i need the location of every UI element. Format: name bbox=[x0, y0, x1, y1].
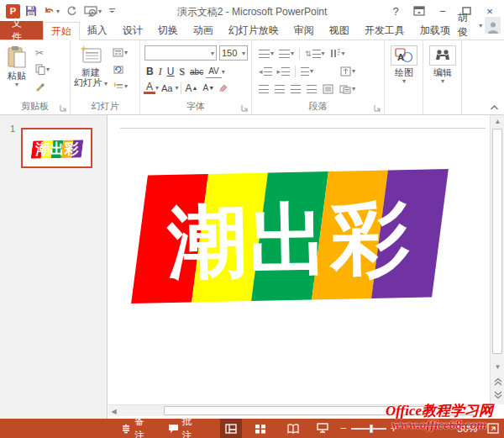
layout-dropdown-arrow[interactable]: ▾ bbox=[124, 49, 128, 56]
increase-indent-button[interactable]: ▸ bbox=[276, 64, 292, 78]
tab-insert[interactable]: 插入 bbox=[80, 21, 115, 40]
ribbon-display-options-button[interactable] bbox=[408, 2, 430, 20]
text-direction-button[interactable]: ▾ bbox=[339, 64, 357, 78]
help-button[interactable]: ? bbox=[385, 2, 407, 20]
clipboard-dialog-launcher[interactable] bbox=[60, 104, 67, 112]
collapse-ribbon-button[interactable] bbox=[490, 104, 499, 111]
underline-button[interactable]: U bbox=[165, 65, 177, 78]
layout-button[interactable]: ▾ bbox=[111, 45, 129, 60]
zoom-slider-thumb[interactable] bbox=[370, 425, 373, 433]
scroll-left-arrow[interactable]: ◀ bbox=[108, 405, 119, 417]
vertical-scrollbar-thumb[interactable] bbox=[492, 129, 502, 354]
font-color-button[interactable]: A bbox=[144, 82, 155, 94]
tab-developer[interactable]: 开发工具 bbox=[357, 21, 412, 40]
copy-button[interactable]: ▾ bbox=[34, 62, 51, 77]
paragraph-dialog-launcher[interactable] bbox=[374, 104, 381, 112]
section-dropdown-arrow[interactable]: ▾ bbox=[124, 82, 128, 90]
start-slideshow-button[interactable]: ▾ bbox=[82, 3, 103, 19]
numbering-dropdown-arrow[interactable]: ▾ bbox=[291, 50, 294, 57]
reset-slide-button[interactable] bbox=[111, 62, 129, 77]
scroll-right-arrow[interactable]: ▶ bbox=[479, 405, 490, 417]
tab-review[interactable]: 审阅 bbox=[286, 21, 322, 40]
decrease-font-size-button[interactable]: A▼ bbox=[200, 82, 217, 95]
slideshow-dropdown-arrow[interactable]: ▾ bbox=[98, 8, 102, 15]
tab-home[interactable]: 开始 bbox=[43, 22, 80, 40]
add-space-button[interactable]: ▾ bbox=[299, 64, 315, 78]
editing-button[interactable]: 编辑 ▾ bbox=[423, 40, 462, 99]
tab-animations[interactable]: 动画 bbox=[186, 21, 221, 40]
zoom-slider[interactable] bbox=[351, 428, 386, 430]
character-spacing-dropdown-arrow[interactable]: ▾ bbox=[222, 68, 225, 76]
text-shadow-button[interactable]: S bbox=[176, 65, 187, 78]
smartart-dropdown-arrow[interactable]: ▾ bbox=[352, 85, 355, 92]
change-case-dropdown-arrow[interactable]: ▾ bbox=[176, 84, 179, 92]
paste-dropdown-arrow[interactable]: ▾ bbox=[15, 81, 18, 88]
increase-font-size-button[interactable]: A▲ bbox=[183, 82, 201, 95]
account-menu[interactable]: 胡俊 ▾ bbox=[458, 11, 504, 40]
clear-formatting-button[interactable] bbox=[217, 81, 230, 95]
line-spacing-dropdown-arrow[interactable]: ▾ bbox=[322, 50, 325, 57]
font-name-dropdown-arrow[interactable]: ▾ bbox=[211, 50, 214, 57]
horizontal-scrollbar-thumb[interactable] bbox=[164, 406, 476, 415]
smartart-convert-button[interactable]: ▾ bbox=[338, 82, 357, 96]
drawing-button[interactable]: A 绘图 ▾ bbox=[385, 40, 423, 99]
vertical-scrollbar[interactable]: ▲ ▼ bbox=[490, 115, 504, 404]
scroll-up-arrow[interactable]: ▲ bbox=[491, 115, 504, 127]
decrease-indent-button[interactable]: ◂ bbox=[257, 64, 274, 78]
drawing-dropdown-arrow[interactable]: ▾ bbox=[402, 77, 406, 85]
tab-file[interactable]: 文件 bbox=[0, 21, 43, 40]
numbering-button[interactable]: ▾ bbox=[277, 46, 296, 61]
previous-slide-button[interactable] bbox=[491, 376, 504, 388]
line-spacing-button[interactable]: ⇅▾ bbox=[303, 46, 327, 61]
tab-addins[interactable]: 加载项 bbox=[412, 21, 458, 40]
undo-dropdown-arrow[interactable]: ▾ bbox=[56, 8, 60, 15]
bullets-dropdown-arrow[interactable]: ▾ bbox=[270, 50, 274, 57]
section-button[interactable]: ▾ bbox=[111, 79, 129, 93]
tab-view[interactable]: 视图 bbox=[322, 21, 357, 40]
slide-thumbnail[interactable]: 潮出彩 bbox=[21, 128, 92, 168]
new-slide-button[interactable]: 新建幻灯片 ▾ bbox=[71, 40, 111, 99]
next-slide-button[interactable] bbox=[491, 389, 504, 401]
tab-design[interactable]: 设计 bbox=[115, 21, 150, 40]
normal-view-button[interactable] bbox=[220, 419, 242, 438]
character-spacing-button[interactable]: AV bbox=[206, 65, 222, 78]
columns-dropdown-arrow[interactable]: ▾ bbox=[342, 50, 345, 57]
bullets-button[interactable]: ▾ bbox=[257, 46, 276, 61]
font-name-combobox[interactable]: ▾ bbox=[144, 45, 217, 61]
copy-dropdown-arrow[interactable]: ▾ bbox=[46, 66, 50, 73]
text-direction-dropdown-arrow[interactable]: ▾ bbox=[352, 67, 355, 75]
notes-toggle[interactable]: 备注 bbox=[114, 419, 161, 438]
slide-sorter-view-button[interactable] bbox=[249, 419, 270, 438]
customize-qat-button[interactable] bbox=[107, 3, 118, 19]
tab-transitions[interactable]: 切换 bbox=[150, 21, 186, 40]
avatar[interactable] bbox=[485, 17, 501, 34]
zoom-in-button[interactable]: + bbox=[391, 422, 397, 435]
banner-wordart-text[interactable]: 潮出彩 bbox=[138, 169, 441, 303]
reading-view-button[interactable] bbox=[282, 419, 304, 438]
slide-thumbnail-panel[interactable]: 1 潮出彩 bbox=[0, 115, 108, 419]
fit-slide-to-window-button[interactable] bbox=[482, 419, 504, 438]
undo-button[interactable]: ▾ bbox=[42, 3, 61, 19]
font-size-dropdown-arrow[interactable]: ▾ bbox=[242, 50, 245, 57]
paste-button[interactable]: 粘贴 ▾ bbox=[0, 40, 34, 99]
editing-dropdown-arrow[interactable]: ▾ bbox=[441, 77, 444, 85]
redo-button[interactable] bbox=[65, 3, 79, 19]
change-case-button[interactable]: Aa bbox=[159, 82, 175, 95]
justify-button[interactable] bbox=[305, 82, 318, 96]
align-center-button[interactable] bbox=[273, 82, 286, 96]
bold-button[interactable]: B bbox=[144, 65, 156, 78]
horizontal-scrollbar[interactable]: ◀ ▶ bbox=[108, 404, 490, 416]
zoom-out-button[interactable]: − bbox=[340, 422, 347, 435]
align-text-button[interactable] bbox=[321, 82, 335, 96]
slideshow-view-button[interactable] bbox=[312, 419, 333, 438]
minimize-button[interactable]: − bbox=[432, 2, 454, 20]
italic-button[interactable]: I bbox=[156, 65, 165, 78]
align-right-button[interactable] bbox=[289, 82, 302, 96]
columns-button[interactable]: ▾ bbox=[328, 46, 347, 61]
comments-toggle[interactable]: 批注 bbox=[161, 419, 209, 438]
tab-slideshow[interactable]: 幻灯片放映 bbox=[221, 21, 286, 40]
align-left-button[interactable] bbox=[257, 82, 270, 96]
strikethrough-button[interactable]: abc bbox=[187, 65, 206, 78]
cut-button[interactable]: ✂ bbox=[34, 45, 51, 60]
zoom-percentage[interactable]: 50% bbox=[457, 423, 477, 435]
